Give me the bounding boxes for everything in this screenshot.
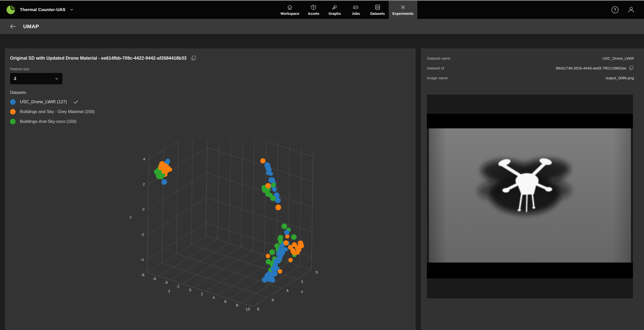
primary-nav: Workspace Assets Graphs <box>277 1 417 19</box>
scatter-point <box>284 240 289 245</box>
page-header: UMAP <box>0 19 644 34</box>
scatter-point <box>269 249 275 255</box>
app-screen: Thermal Counter-UAS Workspace Assets <box>0 0 644 330</box>
scatter-point <box>266 254 270 258</box>
nav-label: Jobs <box>352 12 360 16</box>
detail-label: Dataset Id <box>427 66 444 70</box>
experiment-title: Original SD with Updated Drone Material … <box>10 56 186 61</box>
detail-row-dataset-name: Dataset name USC_Drone_LWIR <box>427 55 634 61</box>
scatter-point <box>269 177 275 183</box>
svg-text:?: ? <box>614 8 616 12</box>
axis-tick-label: 4 <box>212 296 215 300</box>
axis-tick-label: 2 <box>143 182 145 186</box>
umap-3d-scatter-plot[interactable]: 420-2-4-8-6-4-2024681002468zyx <box>106 141 367 327</box>
scatter-point <box>291 234 297 240</box>
axis-tick-label: 2 <box>300 279 304 284</box>
page-title: UMAP <box>23 23 39 29</box>
chevron-down-icon <box>55 77 59 81</box>
nav-item-graphs[interactable]: Graphs <box>324 1 345 19</box>
workspace-switcher[interactable]: Thermal Counter-UAS <box>6 1 74 19</box>
detail-row-dataset-id: Dataset Id 99cb1746-351b-444d-aed3-7f812… <box>427 65 634 71</box>
scatter-point <box>292 242 297 247</box>
check-icon <box>73 99 79 105</box>
axis-tick-label: -2 <box>141 233 144 237</box>
detail-label: Dataset name <box>427 56 450 60</box>
home-icon <box>287 4 293 11</box>
scatter-point <box>262 188 268 193</box>
axis-tick-label: 6 <box>271 298 274 302</box>
feature-size-label: Feature size <box>10 67 411 71</box>
dataset-legend-label: Buildings and Sky - Grey Material (150) <box>20 109 95 114</box>
pen-nib-icon <box>331 4 338 11</box>
nav-label: Assets <box>308 12 319 16</box>
scatter-point <box>162 179 167 185</box>
nav-item-jobs[interactable]: Jobs <box>345 1 366 19</box>
axis-tick-label: -2 <box>176 284 180 289</box>
user-menu-button[interactable] <box>627 6 635 14</box>
cube-icon <box>310 4 317 11</box>
umap-panel: Original SD with Updated Drone Material … <box>5 48 416 330</box>
axis-tick-label: x <box>300 289 304 294</box>
letterbox-band <box>427 263 633 278</box>
copy-icon <box>190 55 196 61</box>
image-name-value: output_0086.png <box>606 76 634 80</box>
feature-size-select[interactable]: 4 <box>10 73 62 84</box>
axis-tick-label: 2 <box>200 292 204 296</box>
copy-icon <box>628 65 634 71</box>
scatter-point <box>157 171 162 176</box>
scatter-point <box>276 259 281 264</box>
help-button[interactable]: ? <box>611 6 619 14</box>
scatter-point <box>163 167 168 172</box>
scatter-point <box>265 183 271 188</box>
rendered-ai-logo-icon <box>6 5 16 15</box>
scatter-point <box>271 183 276 188</box>
topbar-right-actions: ? <box>611 1 635 19</box>
scatter-point <box>266 275 271 280</box>
scatter-point <box>288 258 293 262</box>
axis-tick-label: -8 <box>140 273 145 277</box>
dataset-legend-label: USC_Drone_LWIR (127) <box>20 99 67 104</box>
workspace-title: Thermal Counter-UAS <box>20 7 65 12</box>
back-button[interactable] <box>9 23 17 30</box>
feature-size-value: 4 <box>14 76 16 82</box>
copy-dataset-id-button[interactable] <box>628 65 634 71</box>
datasets-heading: Datasets <box>10 90 411 95</box>
dataset-name-value: USC_Drone_LWIR <box>602 56 634 60</box>
nav-item-workspace[interactable]: Workspace <box>277 1 303 19</box>
legend-row-buildings-and-sky-grey[interactable]: Buildings and Sky - Grey Material (150) <box>10 107 411 117</box>
nav-label: Experiments <box>392 12 414 16</box>
dataset-color-dot <box>10 119 16 124</box>
axis-tick-label: -4 <box>140 258 144 262</box>
legend-row-usc-drone-lwir[interactable]: USC_Drone_LWIR (127) <box>10 97 411 107</box>
chevron-down-icon[interactable] <box>70 8 74 12</box>
scatter-point <box>278 269 282 274</box>
scatter-point <box>266 259 271 265</box>
dataset-legend: USC_Drone_LWIR (127) Buildings and Sky -… <box>10 97 411 126</box>
scatter-point <box>260 158 266 164</box>
legend-row-buildings-and-sky-coco[interactable]: Buildings-And-Sky-coco (150) <box>10 117 411 126</box>
scatter-point <box>269 172 273 176</box>
nav-item-assets[interactable]: Assets <box>303 1 324 19</box>
nav-label: Graphs <box>329 12 341 16</box>
dataset-color-dot <box>10 99 16 105</box>
dataset-color-dot <box>10 109 16 115</box>
scatter-point <box>278 235 283 240</box>
help-icon: ? <box>611 6 619 14</box>
top-navigation-bar: Thermal Counter-UAS Workspace Assets <box>0 1 644 19</box>
detail-row-image-name: Image name output_0086.png <box>427 75 634 81</box>
image-preview-card <box>427 95 633 298</box>
image-details-panel: Dataset name USC_Drone_LWIR Dataset Id 9… <box>421 48 644 330</box>
nav-label: Datasets <box>370 12 385 16</box>
letterbox-band <box>427 114 633 128</box>
axis-tick-label: 0 <box>315 270 318 275</box>
nav-item-datasets[interactable]: Datasets <box>366 1 388 19</box>
axis-tick-label: 4 <box>143 157 145 161</box>
axis-tick-label: y <box>168 288 171 293</box>
arrow-left-icon <box>9 23 17 30</box>
scatter-point <box>270 196 275 201</box>
nav-item-experiments[interactable]: Experiments <box>389 1 417 19</box>
asterisk-icon <box>400 4 406 11</box>
axis-tick-label: 0 <box>189 288 192 292</box>
copy-experiment-id-button[interactable] <box>190 55 196 61</box>
axis-tick-label: 10 <box>245 307 250 312</box>
